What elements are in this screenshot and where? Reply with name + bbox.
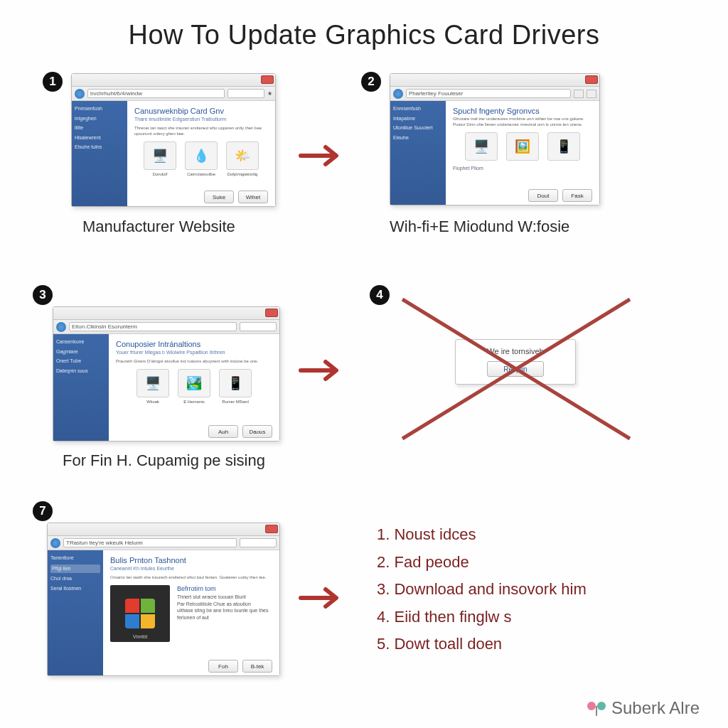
monitor-icon: 🖥️ xyxy=(136,369,169,397)
maximize-icon[interactable] xyxy=(587,90,596,98)
summary-item: 4. Eiid then finglw s xyxy=(377,604,587,631)
step1-caption: Manufacturer Website xyxy=(82,218,235,236)
url-field[interactable]: Phartertiey Fouuleser xyxy=(406,89,571,98)
sidebar-item[interactable]: intgeghen xyxy=(75,115,124,123)
window-titlebar xyxy=(72,74,275,87)
sidebar-item[interactable]: Pnmsenfush xyxy=(75,105,124,113)
content-heading: Conuposier Intránaltions xyxy=(116,340,272,348)
secondary-button[interactable]: Wihet xyxy=(238,191,268,203)
tile-row: 🖥️Wksak 🏞️E Hemants 📱Romer M5tanl xyxy=(116,369,272,404)
close-icon[interactable] xyxy=(261,75,274,84)
tile[interactable]: 🖼️ xyxy=(505,132,540,163)
back-icon[interactable] xyxy=(393,89,403,99)
sidebar-item[interactable]: Eleuhe xyxy=(393,134,443,142)
sidebar: Tanentiore Pfigi ilen Choi drsa Seral It… xyxy=(48,550,103,675)
device-icon: 📱 xyxy=(219,369,252,397)
primary-button[interactable]: Dout xyxy=(528,189,558,202)
dialog-button[interactable]: Resplin xyxy=(487,361,544,377)
secondary-button[interactable]: B-tek xyxy=(242,660,272,673)
driver-line: ferlonen of aut xyxy=(177,614,272,621)
sidebar-item[interactable]: Utoniliue Suuotert xyxy=(393,124,443,132)
tile-label: Wksak xyxy=(136,400,170,404)
step-badge-1: 1 xyxy=(43,72,63,92)
tile[interactable]: 🏞️E Hemants xyxy=(177,369,211,404)
tile[interactable]: 🖥️ xyxy=(464,132,498,163)
sidebar-item[interactable]: Enmsenfush xyxy=(393,105,443,113)
driver-info: Befrrotirn tom Thnert slut wracre toouan… xyxy=(177,585,272,642)
sidebar-item[interactable]: Intapabne xyxy=(393,115,443,123)
sidebar-item[interactable]: Hlsalewrent xyxy=(75,134,124,142)
url-field[interactable]: Eiton.Clkinsln Esorunterm xyxy=(69,322,237,331)
step1-window: bvchrhuht/6/4/windw ★ Pnmsenfush intgegh… xyxy=(71,73,276,207)
sidebar-item-active[interactable]: Pfigi ilen xyxy=(50,564,100,574)
content-subheading: Youer frturer Mlegas b Wlolwire Pspaitli… xyxy=(116,350,272,355)
search-box[interactable] xyxy=(228,89,264,98)
star-icon[interactable]: ★ xyxy=(267,90,272,97)
address-bar: bvchrhuht/6/4/windw ★ xyxy=(72,87,275,101)
content-pane: Canusrweknbip Card Gnv Thare imudiinble … xyxy=(127,101,275,206)
sidebar-item[interactable]: Dateqnin suus xyxy=(56,368,106,375)
search-box[interactable] xyxy=(240,322,277,331)
driver-title: Befrrotirn tom xyxy=(177,585,272,592)
step-badge-7: 7 xyxy=(33,501,53,521)
sidebar-item[interactable]: Tanentiore xyxy=(50,555,100,562)
tile[interactable]: 💧 Catrnctatvuilbe xyxy=(184,141,218,176)
content-pane: Conuposier Intránaltions Youer frturer M… xyxy=(109,334,279,441)
sidebar-item[interactable]: Elsuhe tulns xyxy=(75,144,124,151)
sidebar: Pnmsenfush intgeghen lilite Hlsalewrent … xyxy=(72,101,127,206)
step3-caption: For Fin H. Cupamig pe sising xyxy=(63,451,265,470)
primary-button[interactable]: Foh xyxy=(208,660,238,673)
url-field[interactable]: TRastun tley're wkeulk Helunn xyxy=(63,538,237,547)
window-titlebar xyxy=(48,523,279,536)
sidebar-item[interactable]: Cansenkone xyxy=(56,338,106,346)
close-icon[interactable] xyxy=(585,75,598,84)
tile-label: Dondulf xyxy=(143,172,177,176)
search-box[interactable] xyxy=(240,538,277,547)
close-icon[interactable] xyxy=(265,309,278,317)
weather-icon: 🌤️ xyxy=(226,141,259,170)
secondary-button[interactable]: Daous xyxy=(242,425,272,438)
back-icon[interactable] xyxy=(50,538,60,548)
tile-label: Catrnctatvuilbe xyxy=(184,172,218,176)
close-icon[interactable] xyxy=(265,525,278,533)
back-icon[interactable] xyxy=(75,89,85,99)
arrow-icon xyxy=(297,584,347,612)
step2-window: Phartertiey Fouuleser Enmsenfush Intapab… xyxy=(390,73,600,205)
summary-item: 5. Dowt toall doen xyxy=(377,631,587,658)
sidebar-item[interactable]: Seral Itostnen xyxy=(50,585,100,593)
address-bar: Phartertiey Fouuleser xyxy=(390,87,599,101)
picture-icon: 🏞️ xyxy=(178,369,210,397)
os-logo: Vnmbt xyxy=(110,585,170,642)
tile[interactable]: 📱Romer M5tanl xyxy=(218,369,252,404)
minimize-icon[interactable] xyxy=(574,90,584,98)
url-field[interactable]: bvchrhuht/6/4/windw xyxy=(87,89,225,98)
sidebar-item[interactable]: Choi drsa xyxy=(50,575,100,583)
step-badge-4: 4 xyxy=(370,285,390,305)
monitor-icon: 🖥️ xyxy=(465,132,498,161)
back-icon[interactable] xyxy=(56,322,66,332)
page-title: How To Update Graphics Card Drivers xyxy=(0,0,728,50)
tile[interactable]: 📱 xyxy=(547,132,581,163)
arrow-icon xyxy=(297,356,347,385)
brand-name: Suberk Alre xyxy=(611,698,700,718)
sidebar-item[interactable]: lilite xyxy=(75,124,124,132)
tile[interactable]: 🖥️ Dondulf xyxy=(143,141,177,176)
content-subheading: Caneannt Kh Intules Eeurthe xyxy=(110,566,272,571)
tile[interactable]: 🖥️Wksak xyxy=(136,369,170,404)
secondary-button[interactable]: Fask xyxy=(562,189,592,202)
sidebar-item[interactable]: Gagmiare xyxy=(56,348,106,356)
step-badge-2: 2 xyxy=(361,72,381,92)
sidebar: Enmsenfush Intapabne Utoniliue Suuotert … xyxy=(390,101,446,205)
picture-icon: 🖼️ xyxy=(506,132,539,161)
sidebar-item[interactable]: Onert Tube xyxy=(56,358,106,365)
content-description: Gfnutare tnal trer underaures rmnltirve … xyxy=(453,117,592,128)
driver-line: Par Rebostiiiole Chue as atoution xyxy=(177,601,272,608)
primary-button[interactable]: Suke xyxy=(204,191,234,203)
step2-caption: Wih-fi+E Miodund W:fosie xyxy=(390,218,569,236)
tile[interactable]: 🌤️ Dofpimigtebinllg xyxy=(225,141,259,176)
logo-caption: Vnmbt xyxy=(110,634,170,639)
window-titlebar xyxy=(390,74,599,87)
address-bar: Eiton.Clkinsln Esorunterm xyxy=(53,320,279,334)
primary-button[interactable]: Auh xyxy=(208,425,238,438)
content-pane: Bulis Prnton Tashnont Caneannt Kh Intule… xyxy=(103,550,279,675)
